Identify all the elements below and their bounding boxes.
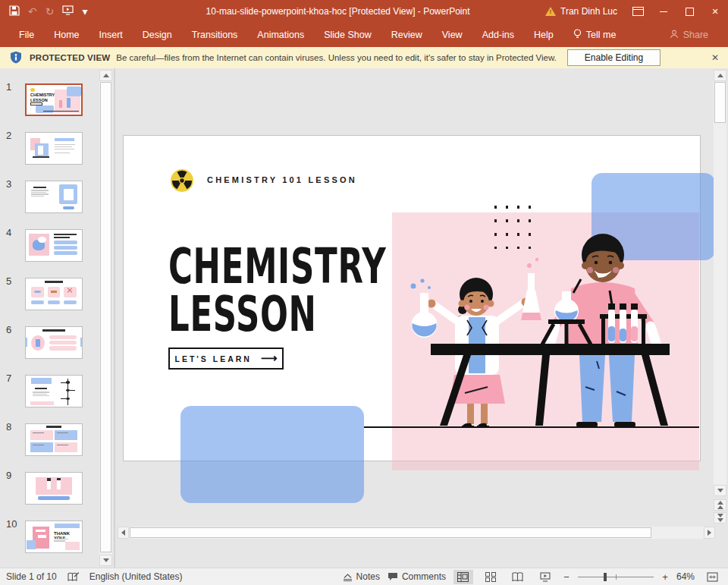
slide-thumbnail-9[interactable] — [25, 472, 83, 505]
tab-view[interactable]: View — [432, 23, 472, 47]
tab-transitions[interactable]: Transitions — [182, 23, 248, 47]
tab-help[interactable]: Help — [524, 23, 563, 47]
editor-horizontal-scrollbar[interactable] — [118, 527, 715, 539]
thumb-scroll-up-button[interactable] — [99, 70, 112, 81]
tab-add-ins[interactable]: Add-ins — [472, 23, 524, 47]
share-label: Share — [683, 30, 708, 40]
tab-slide-show[interactable]: Slide Show — [314, 23, 381, 47]
next-slide-button[interactable] — [714, 512, 726, 524]
editor-scroll-right-button[interactable] — [704, 527, 715, 539]
ribbon-display-options-button[interactable] — [625, 0, 651, 23]
editor-hscrollbar-thumb[interactable] — [130, 527, 651, 538]
share-button[interactable]: Share — [670, 30, 728, 41]
thumbnail-number: 7 — [6, 373, 23, 384]
panel-splitter[interactable] — [114, 68, 115, 568]
start-slideshow-icon[interactable] — [62, 5, 74, 17]
thumbnail-shape — [38, 237, 46, 243]
editor-scroll-up-button[interactable] — [714, 70, 726, 81]
thumbnail-shape — [66, 381, 71, 383]
slide-thumbnail-1[interactable]: CHEMISTRY LESSON — [25, 83, 83, 116]
notes-button[interactable]: Notes — [343, 571, 380, 582]
thumbnail-number: 6 — [6, 324, 23, 335]
save-icon[interactable] — [9, 5, 20, 18]
fit-slide-to-window-button[interactable] — [702, 570, 722, 584]
undo-icon[interactable]: ↶ — [28, 6, 37, 17]
minimize-button[interactable] — [651, 0, 676, 23]
slide-thumbnail-2[interactable] — [25, 132, 83, 165]
thumb-scroll-down-button[interactable] — [99, 555, 112, 566]
tab-review[interactable]: Review — [381, 23, 432, 47]
editor-vertical-scrollbar[interactable] — [714, 70, 726, 496]
editor-vscrollbar-thumb[interactable] — [714, 82, 726, 123]
slide-sorter-view-button[interactable] — [481, 570, 500, 584]
thumbnail-shape — [33, 432, 44, 433]
comments-button[interactable]: Comments — [388, 571, 446, 582]
powerpoint-window: ↶ ↻ ▾ 10-mau-slide-powerpoint-khoa-hoc [… — [0, 0, 728, 585]
lets-learn-label: LET'S LEARN — [175, 354, 252, 363]
slide-eyebrow-text[interactable]: CHEMISTRY 101 LESSON — [207, 175, 357, 184]
status-bar-left: Slide 1 of 10 English (United States) — [0, 571, 182, 582]
close-button[interactable]: ✕ — [702, 0, 728, 23]
slide-thumbnail-7[interactable] — [25, 375, 83, 407]
thumbnail-panel-scrollbar[interactable] — [99, 70, 112, 566]
previous-slide-button[interactable] — [714, 499, 726, 511]
zoom-slider-thumb[interactable] — [604, 573, 607, 581]
scroll-up-icon — [717, 74, 723, 77]
zoom-out-button[interactable]: − — [563, 571, 570, 583]
slide-thumbnail-3[interactable] — [25, 181, 83, 213]
scroll-down-icon — [717, 489, 723, 492]
radiation-icon[interactable] — [170, 168, 194, 193]
thumbnail-shape — [48, 300, 60, 304]
tab-insert[interactable]: Insert — [89, 23, 133, 47]
redo-icon[interactable]: ↻ — [46, 6, 55, 17]
tab-animations[interactable]: Animations — [247, 23, 314, 47]
thumbnail-shape — [54, 241, 77, 244]
maximize-button[interactable] — [676, 0, 702, 23]
proofing-icon[interactable] — [67, 572, 79, 582]
slide-thumbnail-8[interactable] — [25, 423, 83, 456]
thumb-scrollbar-thumb[interactable] — [100, 82, 111, 552]
slide-show-button[interactable] — [535, 570, 555, 584]
status-bar-right: Notes Comments − — [343, 570, 728, 584]
zoom-slider[interactable] — [578, 571, 654, 582]
normal-view-button[interactable] — [453, 570, 473, 584]
account-button[interactable]: ! Tran Dinh Luc — [538, 0, 625, 23]
language-indicator[interactable]: English (United States) — [89, 571, 183, 582]
thumbnail-shape — [54, 246, 77, 250]
enable-editing-button[interactable]: Enable Editing — [567, 49, 661, 66]
tell-me-button[interactable]: Tell me — [563, 29, 626, 42]
protected-view-message-bar: PROTECTED VIEW Be careful—files from the… — [0, 47, 728, 69]
slide-thumbnail-10[interactable]: THANK YOU! — [25, 521, 83, 553]
thumbnail-shape — [67, 86, 81, 96]
zoom-level[interactable]: 64% — [676, 571, 695, 582]
thumbnail-shape — [36, 105, 54, 114]
customize-qat-caret-icon[interactable]: ▾ — [82, 6, 87, 17]
thumbnail-number: 10 — [6, 518, 23, 530]
slide-title[interactable]: CHEMISTRY LESSON — [168, 243, 489, 338]
thumbnail-shape — [55, 524, 80, 527]
tab-design[interactable]: Design — [133, 23, 182, 47]
editor-scroll-down-button[interactable] — [714, 485, 726, 496]
blue-rounded-rectangle-bottom-left[interactable] — [180, 406, 364, 503]
thumbnail-shape — [64, 300, 76, 304]
editor-scroll-left-button[interactable] — [118, 527, 129, 539]
reading-view-button[interactable] — [508, 570, 528, 584]
thumbnail-shape — [38, 496, 69, 500]
slide-indicator[interactable]: Slide 1 of 10 — [6, 571, 57, 582]
thumbnail-shape — [30, 401, 54, 404]
zoom-in-button[interactable]: + — [661, 571, 669, 583]
thumbnail-shape — [49, 341, 77, 344]
title-bar: ↶ ↻ ▾ 10-mau-slide-powerpoint-khoa-hoc [… — [0, 0, 728, 23]
slide-thumbnail-4[interactable] — [25, 229, 83, 262]
thumbnail-shape — [70, 390, 75, 391]
tab-file[interactable]: File — [9, 23, 44, 47]
slide-thumbnail-6[interactable] — [25, 326, 83, 359]
slide-thumbnail-5[interactable] — [25, 278, 83, 310]
message-bar-close-icon[interactable]: ✕ — [711, 52, 719, 63]
lets-learn-button[interactable]: LET'S LEARN ⟶ — [168, 348, 284, 370]
thumbnail-shape — [36, 477, 71, 495]
tab-home[interactable]: Home — [44, 23, 89, 47]
thumbnail-shape — [26, 338, 27, 347]
document-title: 10-mau-slide-powerpoint-khoa-hoc [Protec… — [138, 6, 538, 17]
thumbnail-shape — [36, 339, 40, 348]
